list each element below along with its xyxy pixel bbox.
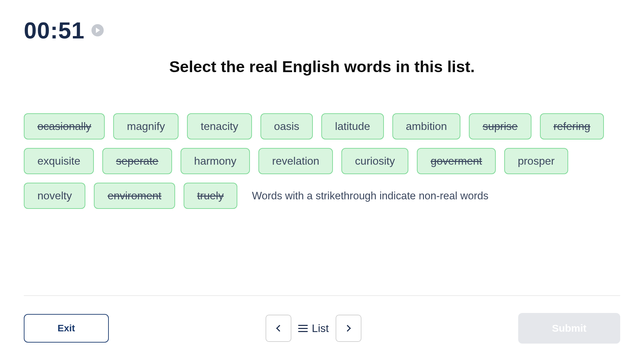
list-button[interactable]: List (298, 322, 329, 335)
chevron-left-icon (276, 325, 283, 332)
question-title: Select the real English words in this li… (24, 57, 620, 76)
word-chip[interactable]: magnify (113, 113, 179, 139)
word-chip[interactable]: prosper (504, 148, 569, 174)
word-chip[interactable]: revelation (258, 148, 333, 174)
timer-row: 00:51 (24, 17, 620, 44)
word-chip[interactable]: exquisite (24, 148, 94, 174)
nav-group: List (266, 315, 361, 342)
word-chip[interactable]: enviroment (94, 183, 175, 209)
submit-button[interactable]: Submit (518, 313, 620, 344)
words-container: ocasionallymagnifytenacityoasislatitudea… (24, 113, 620, 209)
word-chip[interactable]: refering (540, 113, 604, 139)
word-chip[interactable]: truely (184, 183, 237, 209)
word-chip[interactable]: harmony (181, 148, 250, 174)
word-chip[interactable]: seperate (102, 148, 172, 174)
chevron-right-icon (344, 325, 351, 332)
list-label: List (312, 322, 329, 335)
word-chip[interactable]: goverment (417, 148, 495, 174)
hamburger-icon (298, 325, 308, 332)
word-chip[interactable]: ocasionally (24, 113, 105, 139)
exit-button[interactable]: Exit (24, 314, 109, 343)
footer: Exit List Submit (24, 295, 620, 364)
play-icon[interactable] (91, 24, 104, 36)
word-chip[interactable]: curiosity (341, 148, 408, 174)
next-button[interactable] (336, 315, 361, 342)
hint-text: Words with a strikethrough indicate non-… (252, 190, 489, 202)
word-chip[interactable]: ambition (392, 113, 461, 139)
word-chip[interactable]: latitude (321, 113, 384, 139)
word-chip[interactable]: novelty (24, 183, 85, 209)
prev-button[interactable] (266, 315, 291, 342)
word-chip[interactable]: oasis (260, 113, 313, 139)
timer-display: 00:51 (24, 17, 85, 44)
word-chip[interactable]: suprise (469, 113, 531, 139)
word-chip[interactable]: tenacity (187, 113, 252, 139)
